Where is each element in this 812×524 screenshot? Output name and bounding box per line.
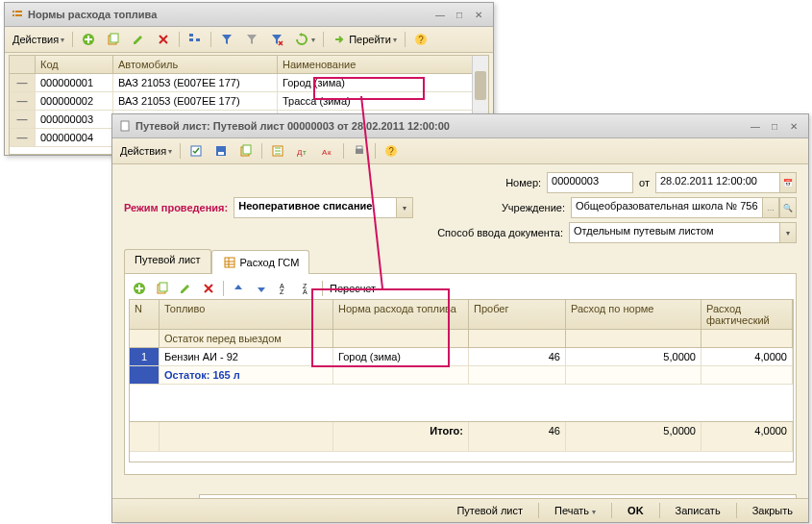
delete-icon [201,281,216,296]
waybill-print-button[interactable]: Путевой лист [449,503,530,518]
delete-button[interactable] [152,30,175,49]
number-field[interactable]: 00000003 [547,172,633,193]
edit-row-button[interactable] [175,280,196,297]
move-up-button[interactable] [228,280,249,297]
copy-button[interactable] [234,141,258,161]
svg-rect-2 [12,14,14,16]
total-label: Итого: [333,422,469,451]
funnel-x-icon [269,32,284,47]
post-button[interactable] [185,141,208,161]
refresh-button[interactable]: ▾ [290,30,319,49]
org-ellipsis-button[interactable]: … [763,197,779,218]
sort-asc-button[interactable]: AZ [274,280,295,297]
disk-icon [213,143,229,159]
tabs: Путевой лист Расход ГСМ [124,249,797,273]
mode-select[interactable]: Неоперативное списание [234,197,397,218]
window-title: Нормы расхода топлива [28,9,431,20]
copy-row-button[interactable] [152,280,173,297]
table-row[interactable]: 1 Бензин АИ - 92 Город (зима) 46 5,0000 … [130,348,793,366]
minimize-button[interactable]: — [431,8,449,21]
edit-button[interactable] [127,30,150,49]
printer-icon [352,143,367,159]
col-code[interactable]: Код [36,56,113,73]
save-toolbar-button[interactable] [209,141,233,161]
pencil-icon [178,281,193,296]
col-norm[interactable]: Норма расхода топлива [333,300,469,330]
tab-fuel-consumption[interactable]: Расход ГСМ [211,250,310,274]
svg-rect-3 [15,14,22,16]
svg-rect-1 [15,11,22,12]
org-lookup-button[interactable]: 🔍 [779,197,797,218]
input-mode-label: Способ ввода документа: [437,227,563,238]
col-name[interactable]: Наименование [278,56,488,73]
kt-button[interactable]: Ак [316,141,339,161]
waybill-window: Путевой лист: Путевой лист 00000003 от 2… [111,113,809,523]
date-field[interactable]: 28.02.2011 12:00:00 [655,172,780,193]
minimize-button[interactable]: — [747,119,764,133]
help-button[interactable]: ? [409,30,432,49]
filter-off-button[interactable] [240,30,263,49]
post-icon [188,143,204,159]
refresh-icon [294,32,309,47]
move-down-button[interactable] [251,280,272,297]
maximize-button[interactable]: □ [766,119,783,133]
help-button[interactable]: ? [380,141,403,161]
ok-button[interactable]: OK [620,503,652,518]
col-fuel[interactable]: Топливо [160,300,333,330]
close-button[interactable]: ✕ [785,119,802,133]
arrow-down-icon [254,281,269,296]
save-button[interactable]: Записать [668,503,728,518]
number-label: Номер: [505,177,541,188]
fill-button[interactable] [266,141,289,161]
grid-icon [222,255,237,270]
svg-text:Z: Z [280,288,284,295]
recalc-button[interactable]: Пересчет [327,282,379,295]
arrow-up-icon [231,281,246,296]
copy-icon [238,143,254,159]
input-mode-dropdown-button[interactable]: ▾ [780,222,797,243]
goto-menu[interactable]: Перейти▾ [328,30,401,49]
col-mileage[interactable]: Пробег [469,300,566,330]
print-menu[interactable]: Печать ▾ [547,503,603,518]
col-balance[interactable]: Остаток перед выездом [160,330,333,348]
filter-clear-button[interactable] [265,30,288,49]
svg-rect-19 [243,145,251,154]
add-button[interactable] [77,30,100,49]
svg-text:?: ? [388,146,394,157]
close-footer-button[interactable]: Закрыть [745,503,800,518]
kt-icon: Ак [320,143,335,159]
sort-desc-button[interactable]: ZA [297,280,318,297]
maximize-button[interactable]: □ [451,8,468,21]
balance-link[interactable]: Остаток: 165 л [160,366,333,384]
col-car[interactable]: Автомобиль [113,56,278,73]
add-row-button[interactable] [129,280,150,297]
org-field[interactable]: Общеобразовательная школа № 756 [571,197,763,218]
dt-button[interactable]: Дт [291,141,314,161]
titlebar: Нормы расхода топлива — □ ✕ [5,3,493,27]
col-cons-fact[interactable]: Расход фактический [701,300,793,330]
copy-button[interactable] [102,30,125,49]
grid-row[interactable]: — 000000002 ВАЗ 21053 (Е007ЕЕ 177) Трасс… [10,92,488,111]
tab-waybill[interactable]: Путевой лист [124,249,211,273]
date-picker-button[interactable]: 📅 [780,172,797,193]
print-toolbar-button[interactable] [348,141,371,161]
delete-row-button[interactable] [198,280,219,297]
filter-button[interactable] [215,30,238,49]
table-row-sub[interactable]: Остаток: 165 л [130,366,793,385]
grid-row[interactable]: — 000000001 ВАЗ 21053 (Е007ЕЕ 177) Город… [10,74,488,92]
mode-dropdown-button[interactable]: ▾ [397,197,413,218]
actions-menu[interactable]: Действия▾ [9,32,68,47]
col-cons-norm[interactable]: Расход по норме [566,300,701,330]
close-button[interactable]: ✕ [470,8,487,21]
help-icon: ? [413,32,429,47]
col-n[interactable]: N [130,300,160,330]
actions-menu[interactable]: Действия▾ [116,143,176,159]
funnel-icon [219,32,234,47]
toolbar: Действия▾ ▾ Перейти▾ ? [5,27,493,53]
sort-desc-icon: ZA [300,281,315,296]
hierarchy-button[interactable] [184,30,207,49]
input-mode-select[interactable]: Отдельным путевым листом [569,222,780,243]
svg-rect-0 [12,11,14,12]
consumption-table[interactable]: N Топливо Норма расхода топлива Пробег Р… [129,299,794,462]
mode-label: Режим проведения: [124,202,228,213]
